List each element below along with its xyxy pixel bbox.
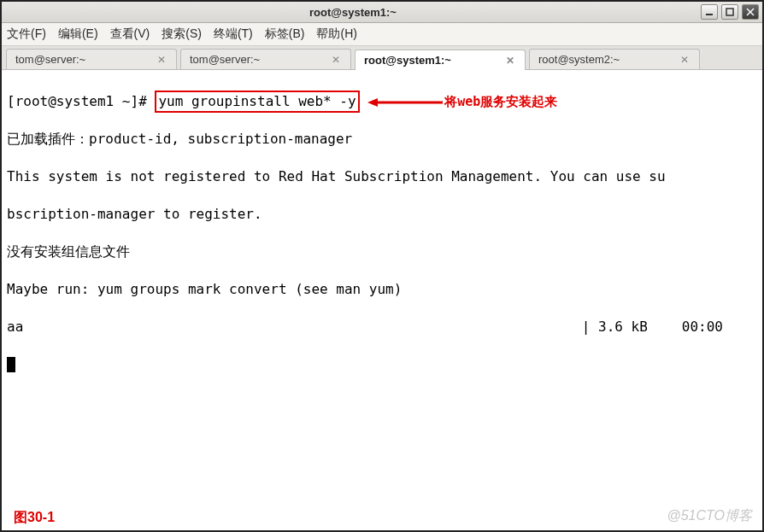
menu-tabs[interactable]: 标签(B) [265, 26, 305, 42]
tab-2[interactable]: root@system1:~ ✕ [355, 50, 526, 70]
terminal-window: root@system1:~ 文件(F) 编辑(E) 查 [0, 0, 764, 532]
menu-edit[interactable]: 编辑(E) [58, 26, 98, 42]
tab-0[interactable]: tom@server:~ ✕ [6, 49, 177, 69]
window-title: root@system1:~ [5, 6, 701, 19]
progress-line: aa| 3.6 kB00:00 [7, 318, 757, 336]
tab-label: root@system2:~ [538, 54, 620, 65]
titlebar: root@system1:~ [2, 2, 762, 23]
tab-1[interactable]: tom@server:~ ✕ [180, 49, 351, 69]
cursor [7, 357, 15, 372]
prompt-open: [ [7, 93, 15, 109]
output-line: 已加载插件：product-id, subscription-manager [7, 130, 757, 149]
tab-strip: tom@server:~ ✕ tom@server:~ ✕ root@syste… [2, 46, 762, 70]
annotation-arrow [367, 96, 444, 108]
menu-help[interactable]: 帮助(H) [316, 26, 356, 42]
command-highlight: yum groupinstall web* -y [155, 91, 359, 113]
tab-label: root@system1:~ [364, 55, 451, 66]
progress-label: aa [7, 318, 23, 336]
output-line: Maybe run: yum groups mark convert (see … [7, 280, 757, 299]
maximize-button[interactable] [721, 4, 738, 20]
svg-rect-1 [726, 9, 733, 15]
tab-close-icon[interactable]: ✕ [330, 54, 342, 66]
prompt: root@system1 ~]# [15, 93, 147, 109]
output-line: 没有安装组信息文件 [7, 243, 757, 261]
tab-3[interactable]: root@system2:~ ✕ [529, 49, 700, 69]
progress-time: 00:00 [682, 318, 723, 336]
window-buttons [701, 4, 759, 20]
output-line: This system is not registered to Red Hat… [7, 167, 757, 186]
figure-caption: 图30-1 [14, 509, 55, 527]
menubar: 文件(F) 编辑(E) 查看(V) 搜索(S) 终端(T) 标签(B) 帮助(H… [2, 23, 762, 46]
svg-marker-5 [367, 98, 378, 107]
command-text: yum groupinstall web* -y [158, 93, 356, 109]
progress-size: | 3.6 kB [582, 318, 648, 336]
close-icon [746, 8, 755, 16]
menu-terminal[interactable]: 终端(T) [214, 26, 253, 42]
tab-label: tom@server:~ [190, 54, 260, 65]
annotation-text: 将web服务安装起来 [444, 94, 557, 109]
maximize-icon [726, 8, 734, 16]
terminal-output[interactable]: [root@system1 ~]# yum groupinstall web* … [2, 70, 762, 396]
minimize-button[interactable] [701, 4, 718, 20]
output-line: bscription-manager to register. [7, 205, 757, 224]
menu-file[interactable]: 文件(F) [7, 26, 46, 42]
arrow-icon [367, 96, 444, 108]
svg-rect-0 [706, 14, 713, 15]
minimize-icon [705, 8, 714, 16]
tab-label: tom@server:~ [15, 54, 85, 65]
tab-close-icon[interactable]: ✕ [679, 54, 691, 66]
menu-search[interactable]: 搜索(S) [162, 26, 202, 42]
close-button[interactable] [742, 4, 759, 20]
tab-close-icon[interactable]: ✕ [504, 55, 516, 67]
menu-view[interactable]: 查看(V) [110, 26, 150, 42]
tab-close-icon[interactable]: ✕ [156, 54, 167, 66]
watermark: @51CTO博客 [667, 507, 752, 525]
